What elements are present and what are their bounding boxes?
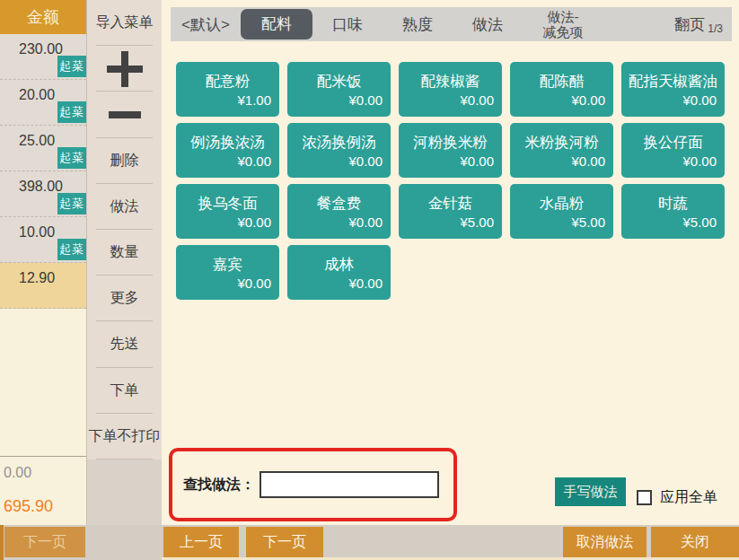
method-name: 配指天椒酱油: [621, 72, 725, 92]
page-indicator: 1/3: [708, 22, 723, 35]
action-menu: 导入菜单删除做法数量更多先送下单下单不打印: [86, 0, 162, 459]
method-button[interactable]: 配辣椒酱¥0.00: [399, 62, 502, 117]
menu-item-label: 导入菜单: [96, 13, 154, 32]
order-list-next-page-button[interactable]: 下一页: [4, 527, 85, 557]
method-button[interactable]: 时蔬¥5.00: [621, 184, 725, 239]
apply-all-option[interactable]: 应用全单: [637, 488, 717, 507]
page-turn-label: 翻页: [674, 14, 705, 35]
tab-label: <默认>: [181, 16, 230, 33]
method-button[interactable]: 成林¥0.00: [287, 245, 391, 300]
method-name: 配米饭: [287, 72, 391, 92]
menu-item-place-order-no-print[interactable]: 下单不打印: [87, 414, 162, 459]
order-row[interactable]: 20.00起菜: [0, 80, 86, 126]
method-button[interactable]: 米粉换河粉¥0.00: [510, 123, 613, 178]
method-name: 浓汤换例汤: [287, 133, 391, 153]
menu-item-import-menu[interactable]: 导入菜单: [87, 0, 162, 46]
bottom-bar: 下一页 上一页 下一页 取消做法 关闭: [0, 525, 739, 560]
method-button[interactable]: 嘉宾¥0.00: [176, 245, 279, 300]
method-price: ¥0.00: [621, 153, 725, 169]
search-label: 查找做法：: [183, 476, 255, 494]
tab-label-line: 减免项: [523, 24, 603, 39]
method-name: 米粉换河粉: [510, 133, 613, 153]
close-button[interactable]: 关闭: [651, 527, 739, 557]
order-row[interactable]: 12.90: [0, 263, 86, 309]
amount-value: 10.00: [0, 217, 86, 241]
order-row[interactable]: 25.00起菜: [0, 126, 86, 171]
method-price: ¥0.00: [399, 153, 502, 169]
search-highlight-box: 查找做法：: [169, 448, 457, 521]
method-button[interactable]: 配米饭¥0.00: [287, 62, 391, 117]
tab-label: 做法: [472, 16, 503, 33]
cancel-method-button[interactable]: 取消做法: [563, 527, 647, 557]
method-price: ¥0.00: [176, 276, 279, 291]
method-button[interactable]: 换乌冬面¥0.00: [176, 184, 279, 239]
tab-method[interactable]: 做法: [453, 14, 523, 35]
serve-badge: 起菜: [57, 101, 86, 123]
apply-all-checkbox[interactable]: [637, 490, 652, 505]
method-price: ¥0.00: [287, 153, 391, 169]
method-price: ¥0.00: [510, 92, 613, 108]
total-value: 695.90: [4, 497, 53, 516]
method-name: 餐盒费: [287, 194, 391, 214]
menu-item-label: 下单不打印: [89, 427, 161, 446]
method-button[interactable]: 例汤换浓汤¥0.00: [176, 123, 279, 178]
menu-item-quantity[interactable]: 数量: [87, 230, 162, 276]
tab-method-deduction[interactable]: 做法-减免项: [523, 9, 603, 40]
menu-item-label: 先送: [110, 335, 139, 354]
method-button[interactable]: 餐盒费¥0.00: [287, 184, 391, 239]
method-button[interactable]: 金针菇¥5.00: [399, 184, 502, 239]
menu-item-more[interactable]: 更多: [87, 276, 162, 321]
method-price: ¥0.00: [287, 276, 391, 291]
method-price: ¥0.00: [176, 153, 279, 169]
amount-value: 398.00: [0, 171, 86, 195]
menu-item-serve-first[interactable]: 先送: [87, 321, 162, 367]
method-button[interactable]: 河粉换米粉¥0.00: [399, 123, 502, 178]
method-button[interactable]: 换公仔面¥0.00: [621, 123, 725, 178]
amount-value: 12.90: [0, 263, 86, 286]
method-price: ¥1.00: [176, 92, 279, 108]
tab-label: 配料: [261, 15, 292, 32]
method-button[interactable]: 配陈醋¥0.00: [510, 62, 613, 117]
method-price: ¥5.00: [621, 214, 725, 230]
tab-doneness[interactable]: 熟度: [383, 14, 453, 35]
pos-method-screen: 金额 230.00起菜20.00起菜25.00起菜398.00起菜10.00起菜…: [0, 0, 739, 560]
method-price: ¥5.00: [399, 214, 502, 230]
order-amount-panel: 金额 230.00起菜20.00起菜25.00起菜398.00起菜10.00起菜…: [0, 0, 86, 525]
menu-item-method[interactable]: 做法: [87, 184, 162, 230]
order-row[interactable]: 398.00起菜: [0, 171, 86, 217]
menu-item-increase[interactable]: [87, 46, 162, 92]
menu-item-delete[interactable]: 删除: [87, 138, 162, 184]
tab-ingredients[interactable]: 配料: [241, 9, 312, 39]
method-button[interactable]: 浓汤换例汤¥0.00: [287, 123, 391, 178]
page-turn-button[interactable]: 翻页1/3: [674, 14, 732, 35]
method-price: ¥0.00: [287, 92, 391, 108]
menu-bottom-filler: [86, 459, 162, 525]
menu-item-label: 删除: [110, 152, 139, 171]
method-price: ¥5.00: [510, 214, 613, 230]
main-area: <默认>配料口味熟度做法做法-减免项翻页1/3 配意粉¥1.00配米饭¥0.00…: [162, 0, 739, 525]
menu-item-label: 数量: [110, 243, 139, 262]
tab-default[interactable]: <默认>: [171, 14, 241, 35]
method-name: 时蔬: [621, 194, 725, 214]
minus-icon: [109, 111, 141, 118]
menu-item-place-order[interactable]: 下单: [87, 368, 162, 414]
next-page-button[interactable]: 下一页: [246, 527, 323, 557]
method-price: ¥0.00: [399, 92, 502, 108]
method-name: 成林: [287, 255, 391, 275]
method-button[interactable]: 配意粉¥1.00: [176, 62, 279, 117]
apply-all-label: 应用全单: [660, 488, 717, 507]
method-button[interactable]: 配指天椒酱油¥0.00: [621, 62, 725, 117]
order-row[interactable]: 10.00起菜: [0, 217, 86, 263]
handwrite-method-button[interactable]: 手写做法: [555, 477, 626, 506]
amount-value: 25.00: [0, 126, 86, 149]
amount-value: 20.00: [0, 80, 86, 103]
order-row[interactable]: 230.00起菜: [0, 34, 86, 80]
tab-taste[interactable]: 口味: [312, 14, 383, 35]
menu-item-label: 做法: [110, 197, 139, 216]
menu-item-decrease[interactable]: [87, 92, 162, 137]
method-button[interactable]: 水晶粉¥5.00: [510, 184, 613, 239]
search-input[interactable]: [260, 471, 439, 498]
method-price: ¥0.00: [621, 92, 725, 108]
method-price: ¥0.00: [287, 214, 391, 230]
prev-page-button[interactable]: 上一页: [163, 527, 239, 557]
